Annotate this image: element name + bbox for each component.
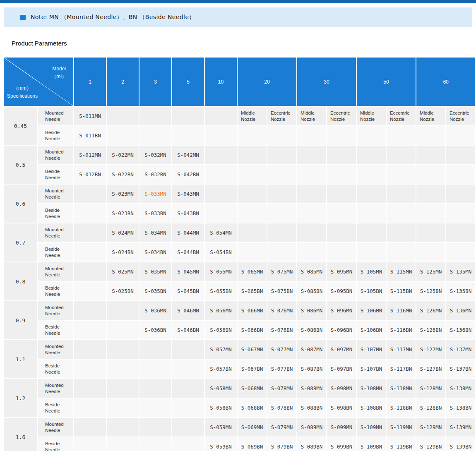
model-cell-S-067MN[interactable]: S-067MN bbox=[237, 340, 267, 359]
model-cell-S-139BN[interactable]: S-139BN bbox=[446, 437, 476, 451]
model-cell-S-107BN[interactable]: S-107BN bbox=[356, 359, 386, 379]
model-cell-S-119BN[interactable]: S-119BN bbox=[386, 437, 416, 451]
model-cell-S-024BN[interactable]: S-024BN bbox=[106, 242, 139, 262]
model-cell-S-115MN[interactable]: S-115MN bbox=[386, 262, 416, 281]
model-cell-S-085MN[interactable]: S-085MN bbox=[297, 262, 327, 281]
model-cell-S-117BN[interactable]: S-117BN bbox=[386, 359, 416, 379]
model-cell-S-087BN[interactable]: S-087BN bbox=[297, 359, 327, 379]
model-cell-S-036MN[interactable]: S-036MN bbox=[139, 301, 172, 320]
model-cell-S-089MN[interactable]: S-089MN bbox=[297, 417, 327, 437]
model-cell-S-138MN[interactable]: S-138MN bbox=[446, 379, 476, 398]
model-cell-S-011BN[interactable]: S-011BN bbox=[74, 126, 106, 145]
model-cell-S-096MN[interactable]: S-096MN bbox=[327, 301, 356, 320]
model-cell-S-086BN[interactable]: S-086BN bbox=[297, 320, 327, 340]
model-cell-S-012MN[interactable]: S-012MN bbox=[74, 145, 106, 165]
model-cell-S-125MN[interactable]: S-125MN bbox=[416, 262, 446, 281]
model-cell-S-137BN[interactable]: S-137BN bbox=[446, 359, 476, 379]
model-cell-S-076MN[interactable]: S-076MN bbox=[267, 301, 297, 320]
model-cell-S-128MN[interactable]: S-128MN bbox=[416, 379, 446, 398]
model-cell-S-034BN[interactable]: S-034BN bbox=[139, 242, 172, 262]
model-cell-S-042MN[interactable]: S-042MN bbox=[172, 145, 204, 165]
model-cell-S-097MN[interactable]: S-097MN bbox=[327, 340, 356, 359]
model-cell-S-045BN[interactable]: S-045BN bbox=[172, 281, 204, 301]
model-cell-S-095BN[interactable]: S-095BN bbox=[327, 281, 356, 301]
model-cell-S-088MN[interactable]: S-088MN bbox=[297, 379, 327, 398]
model-cell-S-088BN[interactable]: S-088BN bbox=[297, 398, 327, 417]
model-cell-S-139MN[interactable]: S-139MN bbox=[446, 417, 476, 437]
model-cell-S-085BN[interactable]: S-085BN bbox=[297, 281, 327, 301]
model-cell-S-129BN[interactable]: S-129BN bbox=[416, 437, 446, 451]
model-cell-S-023BN[interactable]: S-023BN bbox=[106, 204, 139, 223]
model-cell-S-075MN[interactable]: S-075MN bbox=[267, 262, 297, 281]
model-cell-S-058BN[interactable]: S-058BN bbox=[204, 398, 237, 417]
model-cell-S-077MN[interactable]: S-077MN bbox=[267, 340, 297, 359]
model-cell-S-129MN[interactable]: S-129MN bbox=[416, 417, 446, 437]
model-cell-S-069BN[interactable]: S-069BN bbox=[237, 437, 267, 451]
model-cell-S-066BN[interactable]: S-066BN bbox=[237, 320, 267, 340]
model-cell-S-055BN[interactable]: S-055BN bbox=[204, 281, 237, 301]
model-cell-S-042BN[interactable]: S-042BN bbox=[172, 165, 204, 184]
model-cell-S-138BN[interactable]: S-138BN bbox=[446, 398, 476, 417]
model-cell-S-059MN[interactable]: S-059MN bbox=[204, 417, 237, 437]
model-cell-S-109BN[interactable]: S-109BN bbox=[356, 437, 386, 451]
model-cell-S-025BN[interactable]: S-025BN bbox=[106, 281, 139, 301]
model-cell-S-065MN[interactable]: S-065MN bbox=[237, 262, 267, 281]
model-cell-S-119MN[interactable]: S-119MN bbox=[386, 417, 416, 437]
model-cell-S-067BN[interactable]: S-067BN bbox=[237, 359, 267, 379]
model-cell-S-098MN[interactable]: S-098MN bbox=[327, 379, 356, 398]
model-cell-S-087MN[interactable]: S-087MN bbox=[297, 340, 327, 359]
model-cell-S-069MN[interactable]: S-069MN bbox=[237, 417, 267, 437]
model-cell-S-024MN[interactable]: S-024MN bbox=[106, 223, 139, 242]
model-cell-S-106BN[interactable]: S-106BN bbox=[356, 320, 386, 340]
model-cell-S-012BN[interactable]: S-012BN bbox=[74, 165, 106, 184]
model-cell-S-075BN[interactable]: S-075BN bbox=[267, 281, 297, 301]
model-cell-S-044BN[interactable]: S-044BN bbox=[172, 242, 204, 262]
model-cell-S-076BN[interactable]: S-076BN bbox=[267, 320, 297, 340]
model-cell-S-136BN[interactable]: S-136BN bbox=[446, 320, 476, 340]
model-cell-S-056BN[interactable]: S-056BN bbox=[204, 320, 237, 340]
model-cell-S-079MN[interactable]: S-079MN bbox=[267, 417, 297, 437]
model-cell-S-036BN[interactable]: S-036BN bbox=[139, 320, 172, 340]
model-cell-S-078MN[interactable]: S-078MN bbox=[267, 379, 297, 398]
model-cell-S-059BN[interactable]: S-059BN bbox=[204, 437, 237, 451]
model-cell-S-023MN[interactable]: S-023MN bbox=[106, 184, 139, 204]
model-cell-S-115BN[interactable]: S-115BN bbox=[386, 281, 416, 301]
model-cell-S-118BN[interactable]: S-118BN bbox=[386, 398, 416, 417]
model-cell-S-032MN[interactable]: S-032MN bbox=[139, 145, 172, 165]
model-cell-S-108BN[interactable]: S-108BN bbox=[356, 398, 386, 417]
model-cell-S-126BN[interactable]: S-126BN bbox=[416, 320, 446, 340]
model-cell-S-108MN[interactable]: S-108MN bbox=[356, 379, 386, 398]
model-cell-S-116MN[interactable]: S-116MN bbox=[386, 301, 416, 320]
model-cell-S-086MN[interactable]: S-086MN bbox=[297, 301, 327, 320]
model-cell-S-057MN[interactable]: S-057MN bbox=[204, 340, 237, 359]
model-cell-S-032BN[interactable]: S-032BN bbox=[139, 165, 172, 184]
model-cell-S-035BN[interactable]: S-035BN bbox=[139, 281, 172, 301]
model-cell-S-044MN[interactable]: S-044MN bbox=[172, 223, 204, 242]
model-cell-S-126MN[interactable]: S-126MN bbox=[416, 301, 446, 320]
model-cell-S-095MN[interactable]: S-095MN bbox=[327, 262, 356, 281]
model-cell-S-089BN[interactable]: S-089BN bbox=[297, 437, 327, 451]
model-cell-S-137MN[interactable]: S-137MN bbox=[446, 340, 476, 359]
model-cell-S-055MN[interactable]: S-055MN bbox=[204, 262, 237, 281]
model-cell-S-045MN[interactable]: S-045MN bbox=[172, 262, 204, 281]
model-cell-S-128BN[interactable]: S-128BN bbox=[416, 398, 446, 417]
model-cell-S-065BN[interactable]: S-065BN bbox=[237, 281, 267, 301]
model-cell-S-022MN[interactable]: S-022MN bbox=[106, 145, 139, 165]
model-cell-S-109MN[interactable]: S-109MN bbox=[356, 417, 386, 437]
model-cell-S-135BN[interactable]: S-135BN bbox=[446, 281, 476, 301]
model-cell-S-068BN[interactable]: S-068BN bbox=[237, 398, 267, 417]
model-cell-S-033BN[interactable]: S-033BN bbox=[139, 204, 172, 223]
model-cell-S-099MN[interactable]: S-099MN bbox=[327, 417, 356, 437]
model-cell-S-135MN[interactable]: S-135MN bbox=[446, 262, 476, 281]
model-cell-S-043BN[interactable]: S-043BN bbox=[172, 204, 204, 223]
model-cell-S-116BN[interactable]: S-116BN bbox=[386, 320, 416, 340]
model-cell-S-099BN[interactable]: S-099BN bbox=[327, 437, 356, 451]
model-cell-S-022BN[interactable]: S-022BN bbox=[106, 165, 139, 184]
model-cell-S-054BN[interactable]: S-054BN bbox=[204, 242, 237, 262]
model-cell-S-107MN[interactable]: S-107MN bbox=[356, 340, 386, 359]
model-cell-S-097BN[interactable]: S-097BN bbox=[327, 359, 356, 379]
model-cell-S-046BN[interactable]: S-046BN bbox=[172, 320, 204, 340]
model-cell-S-127BN[interactable]: S-127BN bbox=[416, 359, 446, 379]
model-cell-S-011MN[interactable]: S-011MN bbox=[74, 106, 106, 126]
model-cell-S-136MN[interactable]: S-136MN bbox=[446, 301, 476, 320]
